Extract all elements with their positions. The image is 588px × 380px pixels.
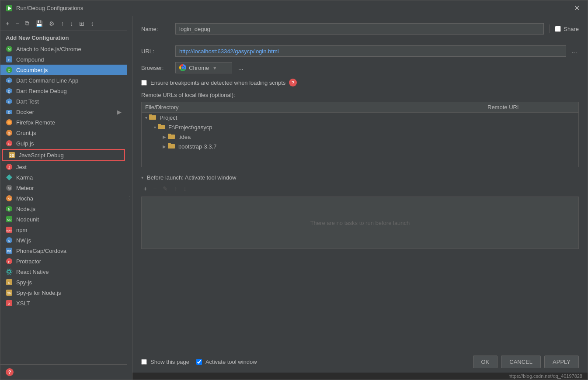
nodejs-icon: N (6, 205, 13, 212)
svg-text:NU: NU (7, 218, 11, 221)
list-item-meteor[interactable]: M Meteor (0, 183, 127, 193)
ok-button[interactable]: OK (473, 356, 498, 368)
svg-text:C: C (8, 58, 10, 62)
list-item-jsdebug[interactable]: JS JavaScript Debug (2, 149, 125, 161)
tree-row-bootstrap[interactable]: ▶ bootstrap-3.3.7 (159, 142, 578, 151)
svg-text:D: D (8, 111, 10, 114)
svg-text:SN: SN (7, 292, 11, 295)
phonegap-label: PhoneGap/Cordova (16, 248, 66, 254)
url-input[interactable] (175, 45, 566, 57)
cancel-button[interactable]: CANCEL (501, 356, 541, 368)
apply-button[interactable]: APPLY (544, 356, 579, 368)
tree-row-path[interactable]: ▾ F:\Project\gasycp (150, 122, 578, 132)
layout-button[interactable]: ⊞ (77, 19, 86, 28)
action-buttons: OK CANCEL APPLY (473, 356, 579, 368)
ensure-breakpoints-row: Ensure breakpoints are detected when loa… (141, 79, 579, 86)
svg-text:D: D (8, 90, 10, 93)
settings-button[interactable]: ⚙ (47, 19, 56, 28)
help-icon-breakpoints[interactable]: ? (289, 79, 297, 86)
browser-select[interactable]: Chrome ▾ (175, 62, 232, 73)
show-page-row: Show this page (141, 359, 189, 365)
copy-config-button[interactable]: ⧉ (23, 19, 31, 28)
nodejs-label: Node.js (16, 206, 35, 212)
close-button[interactable]: ✕ (571, 3, 582, 13)
help-icon-bottom[interactable]: ? (6, 368, 14, 376)
list-item-cucumberjs[interactable]: C Cucumber.js (0, 65, 127, 75)
grunt-label: Grunt.js (16, 130, 36, 136)
list-item-phonegap[interactable]: PG PhoneGap/Cordova (0, 245, 127, 256)
project-expand-arrow: ▾ (145, 115, 147, 120)
tree-row-idea[interactable]: ▶ .idea (159, 132, 578, 142)
remove-config-button[interactable]: − (14, 19, 21, 28)
ensure-breakpoints-checkbox[interactable] (141, 80, 147, 86)
list-item-xslt[interactable]: X XSLT (0, 298, 127, 308)
title-bar-text: Run/Debug Configurations (16, 5, 83, 11)
name-input[interactable] (175, 23, 544, 35)
list-item-protractor[interactable]: P Protractor (0, 256, 127, 266)
list-item-attach-nodejs[interactable]: N Attach to Node.js/Chrome (0, 44, 127, 54)
npm-label: npm (16, 227, 27, 233)
svg-text:S: S (8, 281, 10, 285)
firefox-label: Firefox Remote (16, 119, 55, 126)
before-launch-down-button[interactable]: ↓ (181, 184, 188, 193)
protractor-label: Protractor (16, 258, 41, 265)
jest-label: Jest (16, 164, 27, 170)
before-launch-header[interactable]: ▾ Before launch: Activate tool window (141, 174, 579, 181)
nwjs-icon: N (6, 237, 13, 244)
status-url: https://blog.csdn.net/qq_40197828 (508, 373, 582, 379)
list-item-dart-cmd[interactable]: D Dart Command Line App (0, 75, 127, 86)
svg-text:N: N (8, 47, 11, 52)
svg-marker-26 (6, 174, 12, 180)
list-item-jest[interactable]: J Jest (0, 162, 127, 172)
before-launch-up-button[interactable]: ↑ (172, 184, 179, 193)
jsdebug-label: JavaScript Debug (19, 152, 64, 159)
list-item-spy-js-node[interactable]: SN Spy-js for Node.js (0, 287, 127, 298)
share-checkbox[interactable] (555, 26, 561, 32)
list-item-dart-remote[interactable]: D Dart Remote Debug (0, 86, 127, 96)
list-item-firefox[interactable]: Firefox Remote (0, 117, 127, 128)
list-item-compound[interactable]: C Compound (0, 54, 127, 65)
list-item-karma[interactable]: Karma (0, 172, 127, 183)
config-list: N Attach to Node.js/Chrome C Compound C (0, 44, 127, 364)
browser-more-button[interactable]: ... (236, 63, 246, 72)
list-item-nodejs[interactable]: N Node.js (0, 204, 127, 214)
dart-cmd-label: Dart Command Line App (16, 77, 78, 84)
idea-folder-icon (168, 133, 175, 140)
list-item-nwjs[interactable]: N NW.js (0, 235, 127, 245)
bootstrap-expand-arrow: ▶ (163, 144, 166, 149)
svg-text:G: G (8, 142, 10, 146)
move-up-button[interactable]: ↑ (59, 19, 66, 28)
share-label: Share (564, 26, 579, 32)
activate-window-checkbox[interactable] (196, 359, 202, 365)
grunt-icon: G (6, 129, 13, 136)
list-item-dart-test[interactable]: D Dart Test (0, 96, 127, 107)
add-config-button[interactable]: + (4, 19, 11, 28)
spy-js-node-icon: SN (6, 289, 13, 296)
move-down-button[interactable]: ↓ (68, 19, 75, 28)
list-item-gulp[interactable]: G Gulp.js (0, 138, 127, 149)
svg-text:P: P (8, 260, 10, 264)
show-page-checkbox[interactable] (141, 359, 147, 365)
before-launch-edit-button[interactable]: ✎ (160, 184, 170, 193)
tree-row-project[interactable]: ▾ Project (142, 113, 578, 122)
list-item-nodeunit[interactable]: NU Nodeunit (0, 214, 127, 225)
svg-point-44 (6, 270, 12, 273)
collapse-handle[interactable]: ⋮ (127, 16, 132, 380)
before-launch-add-button[interactable]: + (141, 184, 149, 193)
list-item-mocha[interactable]: M Mocha (0, 193, 127, 204)
list-item-npm[interactable]: npm npm (0, 225, 127, 235)
before-launch-remove-button[interactable]: − (151, 184, 159, 193)
save-config-button[interactable]: 💾 (34, 19, 45, 28)
path-expand-arrow: ▾ (154, 125, 156, 130)
attach-nodejs-label: Attach to Node.js/Chrome (16, 46, 81, 52)
list-item-docker[interactable]: D Docker ▶ (0, 107, 127, 117)
list-item-react-native[interactable]: React Native (0, 266, 127, 277)
no-tasks-label: There are no tasks to run before launch (310, 220, 410, 226)
sort-button[interactable]: ↕ (89, 19, 95, 28)
url-more-button[interactable]: ... (570, 46, 579, 56)
list-item-grunt[interactable]: G Grunt.js (0, 128, 127, 138)
xslt-icon: X (6, 300, 13, 307)
svg-text:D: D (8, 79, 10, 83)
list-item-spy-js[interactable]: S Spy-js (0, 277, 127, 287)
browser-row: Browser: Chrome ▾ ... (141, 62, 579, 73)
